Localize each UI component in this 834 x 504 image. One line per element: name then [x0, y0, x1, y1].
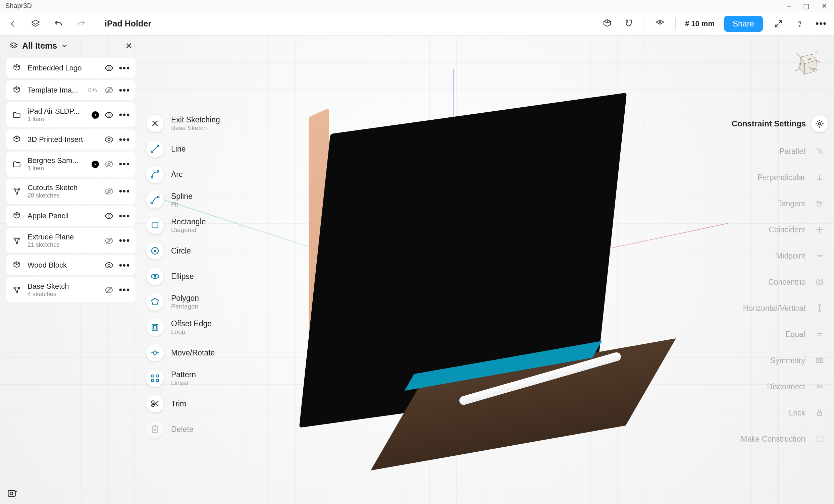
svg-point-26 [151, 151, 153, 153]
constraint-equal[interactable]: Equal [707, 321, 828, 347]
cube-view-icon[interactable] [601, 18, 613, 30]
document-title[interactable]: iPad Holder [105, 19, 151, 28]
redo-icon[interactable] [75, 18, 87, 30]
sketch-tool-ellipse[interactable]: Ellipse [146, 264, 267, 289]
constraint-label: Midpoint [776, 252, 805, 260]
item-more-icon[interactable]: ••• [119, 260, 130, 271]
visibility-toggle-icon[interactable] [104, 187, 114, 196]
camera-add-icon[interactable] [7, 487, 18, 499]
maximize-button[interactable]: ▢ [803, 2, 810, 10]
item-row-template-ima-[interactable]: Template Ima...0%••• [6, 80, 135, 100]
item-row-apple-pencil[interactable]: Apple Pencil••• [6, 206, 135, 226]
constraint-disconnect[interactable]: Disconnect [707, 373, 828, 400]
cube-icon [12, 211, 22, 221]
folder-icon [12, 159, 22, 170]
visibility-toggle-icon[interactable] [104, 211, 114, 221]
items-header[interactable]: All Items ✕ [3, 36, 138, 56]
undo-icon[interactable] [52, 18, 64, 30]
item-row-cutouts-sketch[interactable]: Cutouts Sketch28 sketches••• [6, 179, 135, 204]
visibility-toggle-icon[interactable] [104, 236, 114, 246]
constraint-concentric[interactable]: Concentric [707, 269, 828, 295]
gear-icon[interactable] [811, 115, 828, 132]
constraint-symmetry[interactable]: Symmetry [707, 347, 828, 373]
item-more-icon[interactable]: ••• [119, 63, 130, 73]
visibility-toggle-icon[interactable] [104, 135, 114, 144]
sketch-tool-pattern[interactable]: PatternLinear [146, 366, 267, 391]
visibility-toggle-icon[interactable] [104, 285, 114, 295]
svg-point-6 [108, 138, 110, 141]
close-icon [146, 115, 164, 132]
visibility-toggle-icon[interactable] [104, 260, 114, 270]
sketch-icon [12, 235, 22, 246]
sketch-tool-line[interactable]: Line [146, 136, 267, 162]
item-more-icon[interactable]: ••• [119, 110, 130, 120]
constraint-midpoint[interactable]: Midpoint [707, 243, 828, 269]
back-icon[interactable] [7, 18, 19, 30]
more-icon[interactable]: ••• [815, 18, 827, 30]
sketch-tool-rectangle[interactable]: RectangleDiagonal [146, 213, 267, 238]
visibility-toggle-icon[interactable] [104, 86, 114, 95]
constraint-label: Perpendicular [758, 173, 805, 182]
chevron-down-icon[interactable] [61, 43, 68, 49]
close-button[interactable]: ✕ [821, 2, 827, 10]
model-ipad-holder[interactable] [302, 113, 654, 435]
item-more-icon[interactable]: ••• [119, 211, 130, 221]
constraint-make-construction[interactable]: Make Construction [707, 426, 828, 452]
sketch-tool-polygon[interactable]: PolygonPentagon [146, 289, 267, 315]
item-more-icon[interactable]: ••• [119, 135, 130, 145]
layers-icon[interactable] [29, 18, 42, 30]
magnet-icon[interactable] [623, 18, 635, 30]
line-icon [146, 140, 164, 158]
sketch-tool-subtitle: Linear [171, 379, 196, 387]
visibility-toggle-icon[interactable] [104, 160, 114, 169]
item-row-bergnes-sam-[interactable]: Bergnes Sam...1 item••• [6, 152, 135, 177]
item-row-ipad-air-sldp-[interactable]: iPad Air SLDP...1 item••• [6, 102, 135, 128]
item-more-icon[interactable]: ••• [119, 85, 130, 96]
sketch-tool-move-rotate[interactable]: Move/Rotate [146, 340, 267, 366]
sketch-tool-circle[interactable]: Circle [146, 238, 267, 264]
sketch-tool-label: Offset Edge [171, 319, 212, 328]
sketch-tool-trim[interactable]: Trim [146, 391, 267, 416]
minimize-button[interactable]: – [787, 2, 791, 10]
constraint-horizontal-vertical[interactable]: Horizontal/Vertical [707, 295, 828, 321]
sketch-tool-exit-sketching[interactable]: Exit SketchingBase Sketch [146, 111, 267, 136]
constraint-lock[interactable]: Lock [707, 400, 828, 426]
grid-size[interactable]: # 10 mm [685, 19, 715, 28]
item-row-extrude-plane[interactable]: Extrude Plane21 sketches••• [6, 228, 135, 253]
sketch-tool-label: Delete [171, 425, 193, 434]
expand-caret-icon[interactable] [92, 161, 99, 168]
item-row-wood-block[interactable]: Wood Block••• [6, 255, 135, 275]
sketch-tool-arc[interactable]: Arc [146, 162, 267, 187]
item-subtitle: 4 sketches [27, 291, 99, 298]
constraint-tangent[interactable]: Tangent [707, 190, 828, 216]
visibility-toggle-icon[interactable] [104, 110, 114, 120]
sketch-tool-label: Polygon [171, 294, 199, 303]
spline-icon [146, 191, 164, 209]
cube-icon [12, 260, 22, 271]
expand-caret-icon[interactable] [92, 111, 99, 119]
svg-point-49 [817, 203, 821, 207]
item-row-base-sketch[interactable]: Base Sketch4 sketches••• [6, 277, 135, 302]
constraint-coincident[interactable]: Coincident [707, 216, 828, 243]
help-icon[interactable] [794, 18, 806, 30]
constraint-icon [811, 195, 828, 212]
share-button[interactable]: Share [724, 16, 763, 32]
item-more-icon[interactable]: ••• [119, 159, 130, 169]
constraint-perpendicular[interactable]: Perpendicular [707, 164, 828, 190]
item-row-embedded-logo[interactable]: Embedded Logo••• [6, 58, 135, 78]
expand-icon[interactable] [772, 18, 784, 30]
constraint-parallel[interactable]: Parallel [707, 138, 828, 164]
sketch-tool-offset-edge[interactable]: Offset EdgeLoop [146, 315, 267, 340]
item-more-icon[interactable]: ••• [119, 186, 130, 197]
svg-rect-33 [152, 223, 158, 228]
constraint-label: Make Construction [741, 435, 805, 444]
visibility-toggle-icon[interactable] [104, 63, 114, 73]
item-row-3d-printed-insert[interactable]: 3D Printed Insert••• [6, 130, 135, 150]
item-label: Bergnes Sam... [27, 156, 86, 165]
item-more-icon[interactable]: ••• [119, 235, 130, 246]
item-more-icon[interactable]: ••• [119, 285, 130, 295]
transform-icon[interactable] [654, 18, 666, 30]
orientation-cube[interactable]: Top Left Front z [790, 50, 820, 81]
sketch-tool-spline[interactable]: SplineFit [146, 187, 267, 213]
close-panel-icon[interactable]: ✕ [126, 41, 132, 51]
